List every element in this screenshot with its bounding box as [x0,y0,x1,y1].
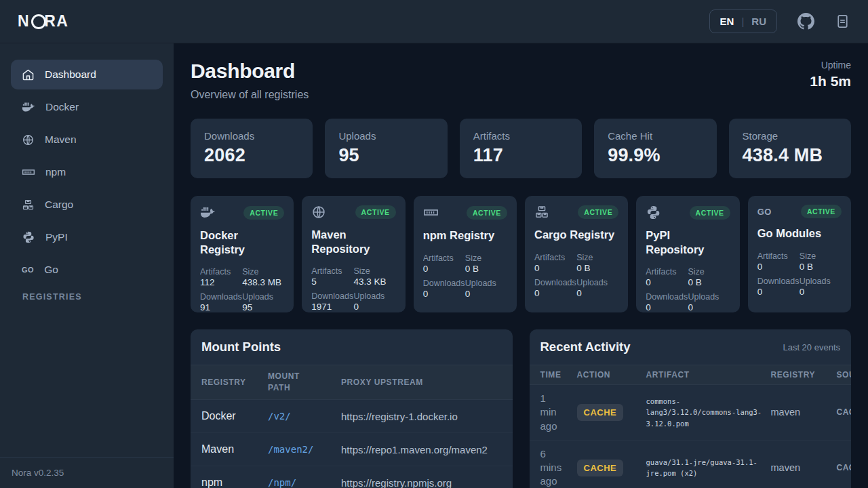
downloads-label: Downloads [757,277,800,286]
artifacts-label: Artifacts [757,251,800,261]
status-badge: ACTIVE [578,205,618,219]
registry-name: Cargo Registry [534,228,618,242]
globe-icon [22,134,35,146]
uploads-label: Uploads [576,278,618,287]
mount-points-panel: Mount Points REGISTRY MOUNT PATH PROXY U… [191,329,513,488]
sidebar-item-pypi[interactable]: PyPI [11,222,163,252]
lang-ru-button[interactable]: RU [751,16,766,27]
sidebar-item-label: Maven [45,134,77,146]
stat-label: Storage [743,130,837,142]
registry-card-maven: ACTIVE Maven Repository ArtifactsSize 54… [302,196,405,312]
event-artifact: guava/31.1-jre/guava-31.1-jre.pom (x2) [646,457,763,479]
size-label: Size [800,251,842,261]
sidebar-item-label: Cargo [45,199,73,211]
docs-icon[interactable] [835,14,850,29]
main-content: Dashboard Overview of all registries Upt… [174,43,868,488]
table-row: Docker /v2/ https://registry-1.docker.io [191,400,513,433]
downloads-label: Downloads [423,279,465,288]
registry-name: Maven Repository [311,228,395,256]
mount-path: /npm/ [268,477,333,488]
sidebar-item-cargo[interactable]: Cargo [11,190,163,220]
downloads-value: 0 [757,287,800,297]
stat-card-uploads: Uploads 95 [325,119,447,178]
artifacts-label: Artifacts [534,253,576,262]
uptime: Uptime 1h 5m [810,60,851,89]
status-badge: ACTIVE [355,205,396,219]
logo-o-circle: O [31,15,43,28]
stat-value: 438.4 MB [743,145,837,166]
python-icon [646,205,661,220]
downloads-label: Downloads [311,291,353,301]
mount-path: /maven2/ [268,444,333,455]
registry-card-docker: ACTIVE Docker Registry ArtifactsSize 112… [191,196,294,312]
artifacts-value: 0 [423,264,465,274]
sidebar-item-label: npm [45,166,66,178]
events-count-label: Last 20 events [783,342,840,352]
mount-registry: npm [201,476,260,488]
page-subtitle: Overview of all registries [191,89,309,101]
artifacts-value: 0 [757,262,800,272]
logo-text: N [18,12,30,30]
globe-icon [311,205,326,220]
sidebar-item-maven[interactable]: Maven [11,125,163,155]
app-logo[interactable]: NORA [18,12,68,30]
sidebar-item-npm[interactable]: npm [11,157,163,187]
event-time: 6 mins ago [540,447,564,488]
language-switcher[interactable]: EN | RU [709,9,777,33]
downloads-value: 0 [423,289,465,299]
mount-path: /v2/ [268,411,333,422]
sidebar-item-dashboard[interactable]: Dashboard [11,60,163,89]
uploads-label: Uploads [242,292,284,302]
stats-row: Downloads 2062 Uploads 95 Artifacts 117 … [191,119,851,178]
sidebar-nav: Dashboard Docker Maven npm Cargo PyPI [0,60,174,457]
lang-en-button[interactable]: EN [720,16,734,27]
downloads-value: 1971 [311,302,353,312]
stat-value: 99.9% [608,145,703,166]
uptime-value: 1h 5m [810,73,851,89]
size-value: 0 B [688,277,730,287]
logo-text: RA [44,12,68,30]
registry-stats: ArtifactsSize 00 B DownloadsUploads 00 [646,262,730,312]
panel-title: Recent Activity [540,340,631,354]
sidebar: Dashboard Docker Maven npm Cargo PyPI [0,43,174,488]
table-row: 1 min ago CACHE commons-lang3/3.12.0/com… [530,385,852,441]
uploads-value: 0 [688,302,730,312]
status-badge: ACTIVE [801,205,842,218]
stat-card-downloads: Downloads 2062 [191,119,313,178]
github-icon[interactable] [797,13,814,30]
downloads-label: Downloads [646,292,688,302]
status-badge: ACTIVE [243,206,284,220]
downloads-label: Downloads [534,278,576,287]
event-source: CACHE [837,407,852,417]
sidebar-item-go[interactable]: GO Go [11,255,163,285]
sidebar-item-label: PyPI [45,231,68,243]
sidebar-item-label: Go [44,264,58,276]
topbar-actions: EN | RU [709,9,850,33]
lang-divider: | [741,16,744,27]
size-label: Size [353,266,395,276]
column-artifact: ARTIFACT [646,370,763,380]
sidebar-section-registries: REGISTRIES [11,292,163,302]
uploads-label: Uploads [688,292,730,302]
mount-upstream: https://repo1.maven.org/maven2 [341,444,513,455]
column-time: TIME [540,370,569,380]
stat-label: Uploads [338,130,433,142]
size-value: 0 B [465,264,507,274]
home-icon [22,68,35,81]
registry-name: npm Registry [423,228,507,243]
sidebar-item-docker[interactable]: Docker [11,92,163,122]
table-row: 6 mins ago CACHE guava/31.1-jre/guava-31… [530,441,852,488]
cargo-icon [534,205,549,220]
registry-card-pypi: ACTIVE PyPI Repository ArtifactsSize 00 … [636,196,739,312]
mount-upstream: https://registry.npmjs.org [341,477,513,488]
registry-card-go: GOACTIVE Go Modules ArtifactsSize 00 B D… [748,196,851,312]
downloads-label: Downloads [200,292,242,302]
table-header: REGISTRY MOUNT PATH PROXY UPSTREAM [191,365,513,400]
downloads-value: 0 [534,288,576,298]
uploads-value: 0 [800,287,842,297]
registry-stats: ArtifactsSize 00 B DownloadsUploads 00 [757,247,842,297]
uploads-value: 0 [576,288,618,298]
event-registry: maven [771,407,829,418]
artifacts-label: Artifacts [646,267,688,277]
column-source: SOURCE [837,370,852,380]
